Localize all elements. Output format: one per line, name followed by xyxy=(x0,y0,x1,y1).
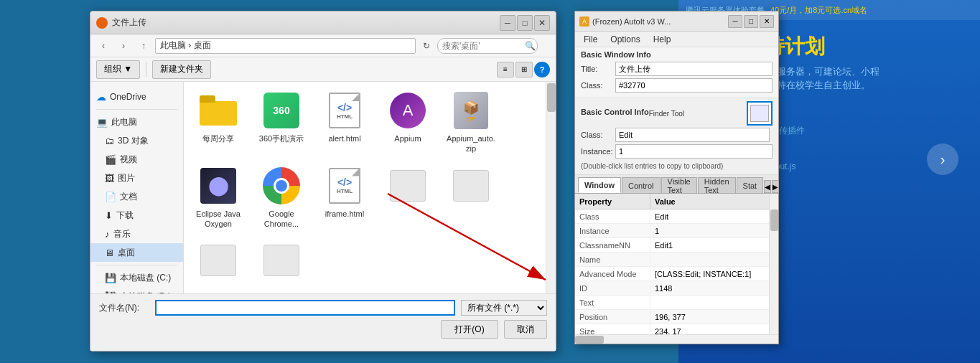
list-item[interactable] xyxy=(379,163,437,232)
view-list-button[interactable]: ≡ xyxy=(497,62,514,77)
bottom-buttons: 打开(O) 取消 xyxy=(99,320,547,339)
list-item[interactable]: A Appium xyxy=(379,88,437,157)
new-folder-button[interactable]: 新建文件夹 xyxy=(152,60,211,79)
property-scroll-thumb[interactable] xyxy=(770,209,778,231)
iframe-icon: </> HTML xyxy=(325,166,365,206)
up-button[interactable]: ↑ xyxy=(135,37,152,55)
search-input[interactable] xyxy=(437,38,538,54)
title-row: Title: 文件上传 xyxy=(581,62,773,76)
path-bar[interactable]: 此电脑 › 桌面 xyxy=(155,38,416,54)
autoit-restore-button[interactable]: □ xyxy=(744,15,758,28)
sidebar-item-docs[interactable]: 📄 文档 xyxy=(90,187,183,206)
property-scrollbar[interactable] xyxy=(769,194,778,334)
list-item[interactable] xyxy=(253,237,310,286)
table-row[interactable]: ID1148 xyxy=(575,281,778,296)
sidebar-item-desktop[interactable]: 🖥 桌面 xyxy=(90,243,183,262)
sidebar-item-pictures[interactable]: 🖼 图片 xyxy=(90,169,183,187)
property-cell: Instance xyxy=(575,224,650,237)
sidebar-item-computer[interactable]: 💻 此电脑 xyxy=(90,113,183,131)
list-item[interactable]: 每周分享 xyxy=(190,88,247,157)
sidebar-item-music[interactable]: ♪ 音乐 xyxy=(90,225,183,243)
dialog-window-controls: ─ □ ✕ xyxy=(500,15,550,31)
organize-button[interactable]: 组织 ▼ xyxy=(96,60,140,79)
finder-inner xyxy=(750,105,769,122)
tab-window[interactable]: Window xyxy=(578,177,621,193)
vertical-scrollbar[interactable] xyxy=(546,82,556,293)
value-cell: 1148 xyxy=(650,281,778,295)
table-row[interactable]: Position196, 377 xyxy=(575,310,778,324)
sidebar-label-drive-c: 本地磁盘 (C:) xyxy=(120,272,171,284)
restore-button[interactable]: □ xyxy=(517,15,533,31)
table-row[interactable]: Advanced Mode[CLASS:Edit; INSTANCE:1] xyxy=(575,267,778,281)
sidebar-item-downloads[interactable]: ⬇ 下载 xyxy=(90,206,183,225)
list-item[interactable]: 360 360手机演示 xyxy=(253,88,310,157)
list-item[interactable] xyxy=(190,237,247,286)
list-item[interactable]: </> HTML iframe.html xyxy=(316,163,373,232)
table-row[interactable]: Instance1 xyxy=(575,224,778,238)
control-info-header: Basic Control Info Finder Tool xyxy=(581,101,773,126)
pictures-icon: 🖼 xyxy=(105,173,114,184)
list-item[interactable] xyxy=(442,163,500,232)
property-rows: ClassEditInstance1ClassnameNNEdit1NameAd… xyxy=(575,209,778,334)
sidebar-item-drive-c[interactable]: 💾 本地磁盘 (C:) xyxy=(90,268,183,287)
sidebar-item-3d[interactable]: 🗂 3D 对象 xyxy=(90,131,183,150)
placeholder-icon3 xyxy=(198,240,238,280)
tab-control[interactable]: Control xyxy=(622,177,660,193)
promo-next-button[interactable]: › xyxy=(927,143,958,175)
cancel-button[interactable]: 取消 xyxy=(504,320,547,339)
autoit-close-button[interactable]: ✕ xyxy=(760,15,774,28)
autoit-titlebar: A (Frozen) AutoIt v3 W... ─ □ ✕ xyxy=(575,11,778,32)
scrollbar-thumb[interactable] xyxy=(547,83,556,112)
open-button[interactable]: 打开(O) xyxy=(441,320,498,339)
filename-input[interactable] xyxy=(155,300,455,316)
property-cell: Text xyxy=(575,296,650,309)
tab-stat[interactable]: Stat xyxy=(737,177,764,193)
sidebar-item-video[interactable]: 🎬 视频 xyxy=(90,150,183,169)
new-folder-label: 新建文件夹 xyxy=(160,63,203,75)
dialog-toolbar: 组织 ▼ 新建文件夹 ≡ ⊞ ? xyxy=(90,57,556,82)
control-class-value: Edit xyxy=(615,128,770,142)
autoit-window: A (Frozen) AutoIt v3 W... ─ □ ✕ File Opt… xyxy=(574,11,779,344)
sidebar-label-desktop: 桌面 xyxy=(118,247,135,259)
tab-less-button[interactable]: ▶ xyxy=(772,180,779,193)
list-item[interactable]: </> HTML alert.html xyxy=(316,88,373,157)
eclipse-icon: ⬤ xyxy=(198,166,238,206)
downloads-icon: ⬇ xyxy=(105,210,113,221)
minimize-button[interactable]: ─ xyxy=(500,15,515,31)
table-row[interactable]: Name xyxy=(575,253,778,267)
menu-file[interactable]: File xyxy=(578,33,603,46)
dialog-titlebar: 文件上传 ─ □ ✕ xyxy=(90,11,556,34)
music-icon: ♪ xyxy=(105,229,110,240)
tab-visible-text[interactable]: Visible Text xyxy=(661,177,697,193)
horizontal-scrollbar[interactable] xyxy=(575,334,778,344)
back-button[interactable]: ‹ xyxy=(95,37,112,55)
list-item[interactable]: GoogleChrome... xyxy=(253,163,310,232)
table-row[interactable]: ClassnameNNEdit1 xyxy=(575,238,778,253)
finder-tool-button[interactable] xyxy=(747,101,773,126)
sidebar-item-onedrive[interactable]: ☁ OneDrive xyxy=(90,88,183,106)
file-upload-dialog: 文件上传 ─ □ ✕ ‹ › ↑ 此电脑 › 桌面 ↻ 🔍 组织 ▼ 新建文件夹… xyxy=(90,11,556,352)
menu-help[interactable]: Help xyxy=(648,33,677,46)
forward-button[interactable]: › xyxy=(115,37,132,55)
close-button[interactable]: ✕ xyxy=(534,15,550,31)
refresh-button[interactable]: ↻ xyxy=(419,38,434,54)
control-class-row: Class: Edit xyxy=(581,128,773,142)
onedrive-icon: ☁ xyxy=(96,91,106,103)
file-name: alert.html xyxy=(328,133,360,143)
h-scroll-thumb[interactable] xyxy=(575,336,604,344)
organize-label: 组织 ▼ xyxy=(104,63,132,75)
help-button[interactable]: ? xyxy=(534,62,550,77)
filetype-select[interactable]: 所有文件 (*.*) xyxy=(461,300,547,316)
tab-hidden-text[interactable]: Hidden Text xyxy=(698,177,736,193)
sidebar-item-drive-d[interactable]: 💾 本地磁盘 (D:) xyxy=(90,287,183,293)
table-row[interactable]: Text xyxy=(575,296,778,310)
value-cell xyxy=(650,296,778,309)
list-item[interactable]: ⬤ Eclipse JavaOxygen xyxy=(190,163,247,232)
view-grid-button[interactable]: ⊞ xyxy=(515,62,533,77)
table-row[interactable]: Size234, 17 xyxy=(575,324,778,334)
list-item[interactable]: 📦 ZIP Appium_auto.zip xyxy=(442,88,500,157)
autoit-minimize-button[interactable]: ─ xyxy=(728,15,742,28)
table-row[interactable]: ClassEdit xyxy=(575,209,778,224)
tab-more-button[interactable]: ◀ xyxy=(764,180,771,193)
menu-options[interactable]: Options xyxy=(605,33,645,46)
